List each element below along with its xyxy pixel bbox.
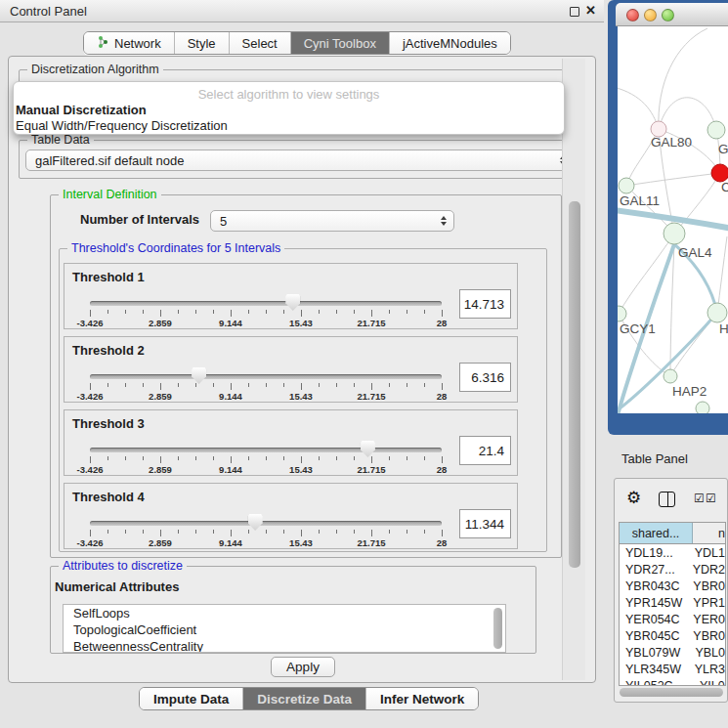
- slider-tick: [283, 310, 284, 314]
- checkbox-icon[interactable]: ☑: [694, 492, 705, 505]
- slider-tick: [213, 456, 214, 460]
- split-columns-icon[interactable]: [659, 492, 675, 507]
- algorithm-option-manual[interactable]: Manual Discretization: [14, 102, 564, 117]
- panel-scrollbar-track[interactable]: [562, 59, 585, 680]
- number-of-intervals-label: Number of Intervals: [80, 212, 199, 227]
- tab-style[interactable]: Style: [175, 32, 230, 54]
- table-header-row: shared... n: [620, 523, 725, 544]
- slider-tick: [90, 530, 91, 536]
- network-node-gal4[interactable]: [664, 223, 685, 244]
- network-node-hap2[interactable]: [664, 369, 677, 383]
- numerical-attributes-list[interactable]: SelfLoopsTopologicalCoefficientBetweenne…: [63, 604, 506, 653]
- table-row[interactable]: YDR27...YDR2: [620, 561, 725, 578]
- slider-tick: [336, 310, 337, 314]
- slider-tick: [195, 310, 196, 314]
- table-data-combo[interactable]: galFiltered.sif default node: [25, 150, 574, 171]
- cell-shared-name: YBL079W: [620, 646, 691, 660]
- slider-tick: [160, 456, 161, 463]
- tab-network[interactable]: Network: [84, 32, 175, 54]
- algorithm-dropdown-popup: Select algorithm to view settings Manual…: [13, 81, 565, 135]
- table-row[interactable]: YPR145WYPR1: [620, 594, 725, 611]
- table-row[interactable]: YBL079WYBL0: [620, 644, 725, 661]
- list-item[interactable]: SelfLoops: [64, 605, 505, 621]
- table-row[interactable]: YIL052CYIL0: [620, 677, 725, 686]
- network-node[interactable]: [696, 402, 709, 413]
- table-row[interactable]: YDL19...YDL1: [620, 544, 725, 561]
- slider-tick: [143, 310, 144, 314]
- list-scrollbar[interactable]: [493, 608, 502, 649]
- cell-name: YBR0: [689, 629, 725, 643]
- list-item[interactable]: TopologicalCoefficient: [64, 621, 505, 638]
- close-traffic-light[interactable]: [626, 9, 639, 21]
- zoom-traffic-light[interactable]: [662, 9, 674, 21]
- algorithm-option-equal-width[interactable]: Equal Width/Frequency Discretization: [14, 117, 564, 133]
- slider-tick: [90, 456, 91, 463]
- threshold-value-field[interactable]: 6.316: [459, 363, 511, 392]
- slider-tick: [178, 383, 179, 387]
- slider-tick: [231, 456, 232, 463]
- cyni-toolbox-panel: Discretization Algorithm Select algorith…: [8, 56, 596, 683]
- slider-tick: [354, 383, 355, 387]
- slider-track[interactable]: [90, 301, 442, 306]
- thresholds-group-label: Threshold's Coordinates for 5 Intervals: [67, 241, 284, 255]
- table-data-group-label: Table Data: [27, 133, 94, 147]
- slider-track[interactable]: [90, 374, 442, 379]
- threshold-value-field[interactable]: 11.344: [459, 509, 511, 538]
- cell-name: YER0: [689, 613, 725, 626]
- tab-select[interactable]: Select: [230, 32, 291, 54]
- slider-tick: [442, 310, 443, 317]
- slider-tick: [407, 383, 407, 387]
- checkbox-icon[interactable]: ☑: [706, 492, 716, 505]
- algorithm-group-label: Discretization Algorithm: [27, 63, 163, 76]
- table-row[interactable]: YBR045CYBR0: [620, 627, 725, 644]
- slider-tick-label: 21.715: [357, 318, 385, 328]
- slider-tick-label: 21.715: [357, 464, 385, 475]
- slider-thumb[interactable]: [361, 441, 375, 457]
- slider-tick: [107, 310, 108, 314]
- node-label: GAL4: [678, 245, 712, 260]
- apply-button[interactable]: Apply: [271, 657, 335, 677]
- slider-tick: [248, 310, 249, 314]
- network-node[interactable]: [707, 121, 725, 139]
- tab-infer-network[interactable]: Infer Network: [366, 688, 478, 709]
- threshold-value-field[interactable]: 21.4: [459, 436, 511, 465]
- minimize-traffic-light[interactable]: [644, 9, 657, 21]
- gear-icon[interactable]: ⚙: [626, 488, 641, 508]
- cell-name: YBR0: [689, 579, 725, 593]
- slider-tick: [231, 530, 232, 536]
- table-row[interactable]: YBR043CYBR0: [620, 578, 725, 594]
- close-icon[interactable]: ✕: [585, 3, 596, 18]
- list-item[interactable]: BetweennessCentrality: [64, 638, 505, 653]
- threshold-value-field[interactable]: 14.713: [459, 289, 511, 319]
- number-of-intervals-combo[interactable]: 5: [210, 210, 454, 232]
- stepper-arrows-icon[interactable]: [441, 216, 447, 226]
- tab-discretize-data[interactable]: Discretize Data: [243, 688, 366, 709]
- threshold-label: Threshold 4: [72, 490, 145, 504]
- column-header-name[interactable]: n: [693, 523, 725, 543]
- slider-tick: [125, 456, 126, 460]
- slider-thumb[interactable]: [285, 294, 300, 311]
- table-hscrollbar-track[interactable]: [619, 687, 726, 699]
- slider-thumb[interactable]: [192, 367, 206, 384]
- slider-thumb[interactable]: [248, 514, 263, 531]
- cell-name: YDL1: [691, 546, 725, 560]
- slider-tick: [283, 456, 284, 460]
- float-window-icon[interactable]: [570, 7, 579, 17]
- table-hscrollbar-thumb[interactable]: [620, 688, 723, 697]
- table-row[interactable]: YER054CYER0: [620, 611, 725, 627]
- table-row[interactable]: YLR345WYLR3: [620, 661, 725, 677]
- network-node-gal11[interactable]: [619, 178, 634, 193]
- column-header-shared-name[interactable]: shared...: [620, 523, 693, 543]
- tab-cyni-toolbox[interactable]: Cyni Toolbox: [291, 32, 390, 54]
- network-canvas[interactable]: GAL80GAL11GAL4GCY1HHAP2GAC: [618, 26, 728, 413]
- tab-impute-data[interactable]: Impute Data: [140, 688, 243, 709]
- tab-jactivemnodules[interactable]: jActiveMNodules: [390, 32, 510, 54]
- slider-tick: [407, 310, 407, 314]
- panel-scrollbar-thumb[interactable]: [569, 201, 580, 568]
- network-node-gcy1[interactable]: [618, 306, 626, 321]
- slider-track[interactable]: [90, 521, 442, 526]
- tab-label: Network: [114, 36, 161, 51]
- network-node-h[interactable]: [707, 303, 727, 322]
- slider-tick: [195, 530, 196, 534]
- slider-track[interactable]: [90, 448, 442, 452]
